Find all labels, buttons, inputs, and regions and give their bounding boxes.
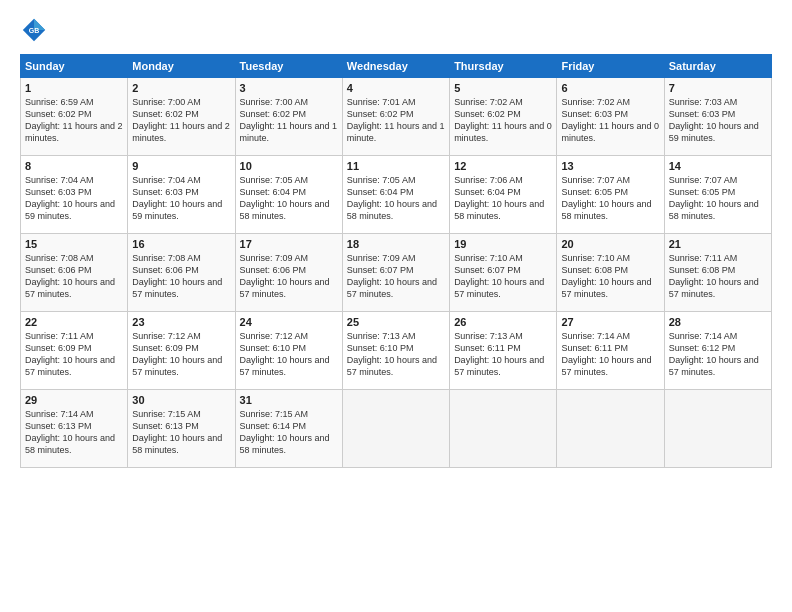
day-number: 29: [25, 394, 123, 406]
table-row: [664, 390, 771, 468]
table-row: 17 Sunrise: 7:09 AMSunset: 6:06 PMDaylig…: [235, 234, 342, 312]
calendar-week-row: 1 Sunrise: 6:59 AMSunset: 6:02 PMDayligh…: [21, 78, 772, 156]
day-detail: Sunrise: 7:04 AMSunset: 6:03 PMDaylight:…: [132, 174, 230, 223]
day-detail: Sunrise: 6:59 AMSunset: 6:02 PMDaylight:…: [25, 96, 123, 145]
col-sunday: Sunday: [21, 55, 128, 78]
table-row: 31 Sunrise: 7:15 AMSunset: 6:14 PMDaylig…: [235, 390, 342, 468]
calendar-header-row: Sunday Monday Tuesday Wednesday Thursday…: [21, 55, 772, 78]
day-detail: Sunrise: 7:06 AMSunset: 6:04 PMDaylight:…: [454, 174, 552, 223]
col-thursday: Thursday: [450, 55, 557, 78]
table-row: [557, 390, 664, 468]
table-row: 16 Sunrise: 7:08 AMSunset: 6:06 PMDaylig…: [128, 234, 235, 312]
col-monday: Monday: [128, 55, 235, 78]
day-detail: Sunrise: 7:15 AMSunset: 6:13 PMDaylight:…: [132, 408, 230, 457]
day-detail: Sunrise: 7:14 AMSunset: 6:11 PMDaylight:…: [561, 330, 659, 379]
table-row: 24 Sunrise: 7:12 AMSunset: 6:10 PMDaylig…: [235, 312, 342, 390]
day-number: 21: [669, 238, 767, 250]
day-number: 4: [347, 82, 445, 94]
day-number: 22: [25, 316, 123, 328]
day-detail: Sunrise: 7:12 AMSunset: 6:10 PMDaylight:…: [240, 330, 338, 379]
logo-icon: GB: [20, 16, 48, 44]
day-number: 7: [669, 82, 767, 94]
day-detail: Sunrise: 7:12 AMSunset: 6:09 PMDaylight:…: [132, 330, 230, 379]
day-number: 26: [454, 316, 552, 328]
day-detail: Sunrise: 7:04 AMSunset: 6:03 PMDaylight:…: [25, 174, 123, 223]
table-row: 25 Sunrise: 7:13 AMSunset: 6:10 PMDaylig…: [342, 312, 449, 390]
day-detail: Sunrise: 7:07 AMSunset: 6:05 PMDaylight:…: [561, 174, 659, 223]
table-row: 7 Sunrise: 7:03 AMSunset: 6:03 PMDayligh…: [664, 78, 771, 156]
day-number: 28: [669, 316, 767, 328]
table-row: 30 Sunrise: 7:15 AMSunset: 6:13 PMDaylig…: [128, 390, 235, 468]
day-detail: Sunrise: 7:00 AMSunset: 6:02 PMDaylight:…: [240, 96, 338, 145]
table-row: 20 Sunrise: 7:10 AMSunset: 6:08 PMDaylig…: [557, 234, 664, 312]
table-row: 21 Sunrise: 7:11 AMSunset: 6:08 PMDaylig…: [664, 234, 771, 312]
day-number: 8: [25, 160, 123, 172]
calendar-week-row: 8 Sunrise: 7:04 AMSunset: 6:03 PMDayligh…: [21, 156, 772, 234]
day-detail: Sunrise: 7:00 AMSunset: 6:02 PMDaylight:…: [132, 96, 230, 145]
day-detail: Sunrise: 7:11 AMSunset: 6:08 PMDaylight:…: [669, 252, 767, 301]
day-detail: Sunrise: 7:02 AMSunset: 6:03 PMDaylight:…: [561, 96, 659, 145]
calendar-week-row: 29 Sunrise: 7:14 AMSunset: 6:13 PMDaylig…: [21, 390, 772, 468]
day-detail: Sunrise: 7:14 AMSunset: 6:13 PMDaylight:…: [25, 408, 123, 457]
table-row: 27 Sunrise: 7:14 AMSunset: 6:11 PMDaylig…: [557, 312, 664, 390]
table-row: [450, 390, 557, 468]
table-row: 29 Sunrise: 7:14 AMSunset: 6:13 PMDaylig…: [21, 390, 128, 468]
table-row: 1 Sunrise: 6:59 AMSunset: 6:02 PMDayligh…: [21, 78, 128, 156]
table-row: 4 Sunrise: 7:01 AMSunset: 6:02 PMDayligh…: [342, 78, 449, 156]
day-number: 1: [25, 82, 123, 94]
day-number: 20: [561, 238, 659, 250]
day-number: 16: [132, 238, 230, 250]
day-detail: Sunrise: 7:11 AMSunset: 6:09 PMDaylight:…: [25, 330, 123, 379]
day-detail: Sunrise: 7:10 AMSunset: 6:07 PMDaylight:…: [454, 252, 552, 301]
table-row: 22 Sunrise: 7:11 AMSunset: 6:09 PMDaylig…: [21, 312, 128, 390]
day-number: 2: [132, 82, 230, 94]
col-tuesday: Tuesday: [235, 55, 342, 78]
table-row: 8 Sunrise: 7:04 AMSunset: 6:03 PMDayligh…: [21, 156, 128, 234]
day-number: 5: [454, 82, 552, 94]
day-detail: Sunrise: 7:13 AMSunset: 6:11 PMDaylight:…: [454, 330, 552, 379]
day-number: 14: [669, 160, 767, 172]
logo: GB: [20, 16, 52, 44]
table-row: 3 Sunrise: 7:00 AMSunset: 6:02 PMDayligh…: [235, 78, 342, 156]
table-row: 11 Sunrise: 7:05 AMSunset: 6:04 PMDaylig…: [342, 156, 449, 234]
day-number: 23: [132, 316, 230, 328]
day-detail: Sunrise: 7:09 AMSunset: 6:06 PMDaylight:…: [240, 252, 338, 301]
day-detail: Sunrise: 7:05 AMSunset: 6:04 PMDaylight:…: [347, 174, 445, 223]
day-detail: Sunrise: 7:13 AMSunset: 6:10 PMDaylight:…: [347, 330, 445, 379]
day-number: 17: [240, 238, 338, 250]
day-number: 11: [347, 160, 445, 172]
day-number: 9: [132, 160, 230, 172]
table-row: 2 Sunrise: 7:00 AMSunset: 6:02 PMDayligh…: [128, 78, 235, 156]
day-number: 6: [561, 82, 659, 94]
svg-text:GB: GB: [29, 27, 40, 34]
day-detail: Sunrise: 7:09 AMSunset: 6:07 PMDaylight:…: [347, 252, 445, 301]
table-row: 5 Sunrise: 7:02 AMSunset: 6:02 PMDayligh…: [450, 78, 557, 156]
calendar-table: Sunday Monday Tuesday Wednesday Thursday…: [20, 54, 772, 468]
col-wednesday: Wednesday: [342, 55, 449, 78]
table-row: 9 Sunrise: 7:04 AMSunset: 6:03 PMDayligh…: [128, 156, 235, 234]
day-detail: Sunrise: 7:02 AMSunset: 6:02 PMDaylight:…: [454, 96, 552, 145]
table-row: 6 Sunrise: 7:02 AMSunset: 6:03 PMDayligh…: [557, 78, 664, 156]
day-detail: Sunrise: 7:08 AMSunset: 6:06 PMDaylight:…: [132, 252, 230, 301]
table-row: 10 Sunrise: 7:05 AMSunset: 6:04 PMDaylig…: [235, 156, 342, 234]
col-friday: Friday: [557, 55, 664, 78]
table-row: 13 Sunrise: 7:07 AMSunset: 6:05 PMDaylig…: [557, 156, 664, 234]
table-row: 12 Sunrise: 7:06 AMSunset: 6:04 PMDaylig…: [450, 156, 557, 234]
day-number: 18: [347, 238, 445, 250]
day-number: 10: [240, 160, 338, 172]
day-number: 24: [240, 316, 338, 328]
table-row: 23 Sunrise: 7:12 AMSunset: 6:09 PMDaylig…: [128, 312, 235, 390]
day-number: 27: [561, 316, 659, 328]
day-number: 19: [454, 238, 552, 250]
table-row: 18 Sunrise: 7:09 AMSunset: 6:07 PMDaylig…: [342, 234, 449, 312]
table-row: 26 Sunrise: 7:13 AMSunset: 6:11 PMDaylig…: [450, 312, 557, 390]
day-detail: Sunrise: 7:10 AMSunset: 6:08 PMDaylight:…: [561, 252, 659, 301]
day-detail: Sunrise: 7:03 AMSunset: 6:03 PMDaylight:…: [669, 96, 767, 145]
day-detail: Sunrise: 7:08 AMSunset: 6:06 PMDaylight:…: [25, 252, 123, 301]
header: GB: [20, 16, 772, 44]
calendar-week-row: 15 Sunrise: 7:08 AMSunset: 6:06 PMDaylig…: [21, 234, 772, 312]
day-number: 12: [454, 160, 552, 172]
page: GB Sunday Monday Tuesday Wednesday Thurs…: [0, 0, 792, 612]
day-number: 30: [132, 394, 230, 406]
table-row: 28 Sunrise: 7:14 AMSunset: 6:12 PMDaylig…: [664, 312, 771, 390]
